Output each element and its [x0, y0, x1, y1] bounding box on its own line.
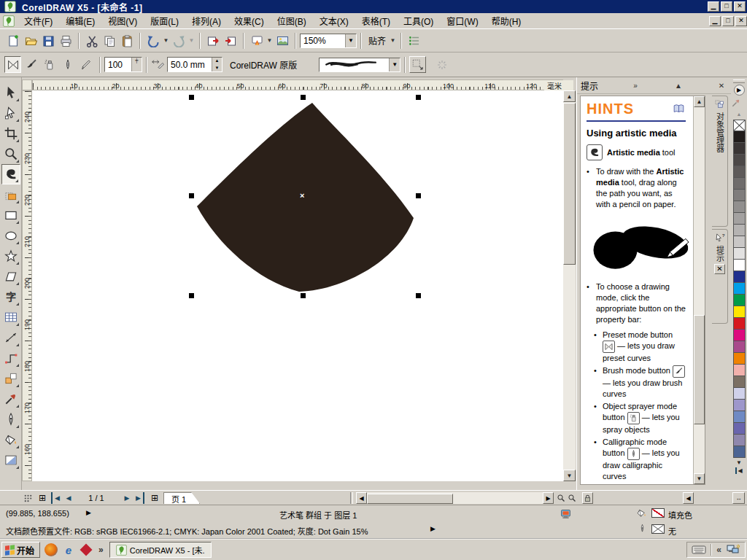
quick-launch-overflow[interactable]: »: [98, 545, 104, 555]
stroke-width-down[interactable]: ▼: [212, 65, 222, 72]
palette-swatch[interactable]: [733, 201, 746, 213]
vscroll-up-button[interactable]: ▲: [563, 90, 576, 102]
zoom-tool[interactable]: [1, 144, 20, 164]
preset-stroke-combo[interactable]: ▼: [319, 58, 400, 72]
first-page-button[interactable]: ◀: [51, 492, 61, 504]
zoom-combo-arrow[interactable]: ▼: [345, 34, 356, 47]
shape-tool[interactable]: [1, 103, 20, 123]
palette-swatch[interactable]: [733, 143, 746, 155]
blend-tool[interactable]: [1, 368, 20, 389]
smoothing-slider-button[interactable]: ╪: [131, 58, 142, 71]
brush-mode-button[interactable]: [23, 56, 39, 73]
docker-tab-hints[interactable]: 提示 ✕: [712, 229, 728, 324]
pick-tool[interactable]: [1, 82, 20, 103]
stroke-width-input[interactable]: 50.0 mm ▲▼: [167, 57, 222, 72]
preset-stroke-combo-arrow[interactable]: ▼: [389, 58, 400, 71]
palette-swatch[interactable]: [733, 318, 746, 330]
palette-swatch[interactable]: [733, 213, 746, 225]
restore-button[interactable]: □: [721, 1, 732, 12]
menu-item[interactable]: 帮助(H): [485, 12, 528, 29]
selection-handle-top-left[interactable]: [189, 95, 194, 100]
palette-swatch[interactable]: [733, 400, 746, 411]
crop-tool[interactable]: [1, 123, 20, 144]
redo-button[interactable]: [170, 32, 187, 50]
menu-item[interactable]: 工具(O): [397, 12, 440, 29]
network-status-icon[interactable]: [726, 544, 740, 556]
palette-swatch[interactable]: [733, 423, 746, 435]
palette-swatch[interactable]: [733, 446, 746, 458]
palette-swatch[interactable]: [733, 353, 746, 365]
new-button[interactable]: [4, 32, 22, 50]
docker-scroll-left-button[interactable]: ◀: [683, 492, 694, 504]
welcome-screen-button[interactable]: [274, 32, 291, 50]
palette-lock-button[interactable]: [582, 492, 593, 504]
palette-swatch[interactable]: [733, 411, 746, 423]
coreldraw-task-button[interactable]: CorelDRAW X5 - [未...: [109, 542, 212, 558]
ruler-origin[interactable]: [22, 79, 32, 90]
hscroll-thumb[interactable]: [367, 494, 453, 504]
selection-handle-mid-left[interactable]: [189, 193, 194, 198]
docker-close-button[interactable]: ✕: [714, 264, 725, 274]
zoom-to-page-button[interactable]: [567, 492, 576, 504]
mdi-restore-button[interactable]: □: [722, 16, 734, 26]
selection-handle-bottom-center[interactable]: [301, 293, 306, 298]
palette-swatch[interactable]: [733, 190, 746, 201]
profile-expand-arrow[interactable]: ▶: [430, 525, 436, 532]
drawing-canvas[interactable]: ×: [32, 90, 563, 481]
stroke-width-up[interactable]: ▲: [212, 58, 222, 65]
help-book-icon[interactable]: [672, 102, 686, 116]
application-launcher-button[interactable]: [248, 32, 266, 50]
menu-item[interactable]: 文本(X): [313, 12, 355, 29]
palette-swatch[interactable]: [733, 260, 746, 271]
palette-scroll-down[interactable]: ▼: [733, 459, 745, 466]
media-player-launcher-icon[interactable]: [44, 543, 58, 556]
coords-expand-arrow[interactable]: ▶: [86, 509, 91, 516]
vertical-ruler[interactable]: 240230220210200190180170160: [22, 90, 32, 481]
eyedropper-tool[interactable]: [1, 389, 20, 409]
undo-button[interactable]: [144, 32, 162, 50]
palette-swatch[interactable]: [733, 435, 746, 446]
rectangle-tool[interactable]: [1, 205, 20, 225]
calligraphic-mode-button[interactable]: [59, 56, 76, 73]
preset-mode-button[interactable]: [4, 56, 21, 73]
palette-swatch[interactable]: [733, 225, 746, 236]
freehand-smoothing-input[interactable]: 100 ╪: [104, 57, 142, 72]
quick-zoom-button[interactable]: [556, 492, 565, 504]
previous-page-button[interactable]: ◀: [64, 492, 73, 504]
palette-swatch[interactable]: [733, 283, 746, 295]
menu-item[interactable]: 视图(V): [101, 12, 144, 29]
connector-tool[interactable]: [1, 348, 20, 368]
interactive-fill-tool[interactable]: [1, 450, 20, 470]
palette-expand-button[interactable]: ◀: [733, 467, 745, 474]
hints-flyout-button[interactable]: »: [630, 82, 641, 90]
selection-handle-bottom-left[interactable]: [189, 293, 194, 298]
next-page-button[interactable]: ▶: [123, 492, 131, 504]
palette-swatch[interactable]: [733, 271, 746, 283]
fill-tool[interactable]: [1, 429, 20, 450]
hints-collapse-button[interactable]: ▲: [673, 82, 684, 90]
print-button[interactable]: [57, 32, 74, 50]
hints-scroll-thumb[interactable]: [694, 315, 705, 424]
polygon-tool[interactable]: [1, 246, 20, 266]
object-center-marker[interactable]: ×: [300, 191, 304, 200]
artistic-media-tool[interactable]: [1, 164, 20, 184]
vscroll-thumb[interactable]: [563, 103, 576, 265]
docker-tab-object-manager[interactable]: 对象管理器: [712, 96, 728, 227]
sprayer-mode-button[interactable]: [41, 56, 58, 73]
options-button[interactable]: [406, 32, 423, 50]
menu-item[interactable]: 编辑(E): [59, 12, 101, 29]
save-button[interactable]: [39, 32, 57, 50]
hints-scroll-up[interactable]: ▲: [694, 96, 705, 107]
palette-swatch[interactable]: [733, 295, 746, 306]
palette-scroll-up[interactable]: ▲: [733, 112, 745, 119]
palette-eyedropper-icon[interactable]: [731, 98, 741, 108]
open-button[interactable]: [22, 32, 39, 50]
table-tool[interactable]: [1, 307, 20, 327]
zoom-level-combo[interactable]: 150% ▼: [300, 34, 357, 48]
close-button[interactable]: ✕: [734, 1, 746, 12]
hints-scrollbar[interactable]: ▲ ▼: [693, 96, 705, 484]
menu-item[interactable]: 窗口(W): [440, 12, 484, 29]
menu-item[interactable]: 文件(F): [18, 12, 59, 29]
palette-swatch[interactable]: [733, 330, 746, 341]
outline-pen-tool[interactable]: [1, 409, 20, 429]
